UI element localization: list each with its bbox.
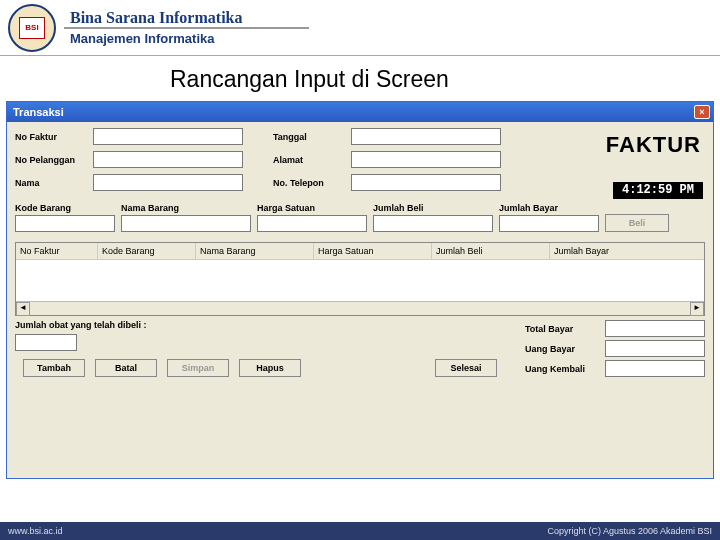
label-harga-satuan: Harga Satuan <box>257 203 367 213</box>
app-window: Transaksi × FAKTUR 4:12:59 PM No Faktur … <box>6 101 714 479</box>
scroll-right-icon[interactable]: ► <box>690 302 704 316</box>
logo-text: BSI <box>25 23 38 32</box>
count-input[interactable] <box>15 334 77 351</box>
heading-faktur: FAKTUR <box>606 132 701 158</box>
total-bayar-input[interactable] <box>605 320 705 337</box>
label-jumlah-beli: Jumlah Beli <box>373 203 493 213</box>
uang-bayar-input[interactable] <box>605 340 705 357</box>
no-telepon-input[interactable] <box>351 174 501 191</box>
no-pelanggan-input[interactable] <box>93 151 243 168</box>
col-kode-barang[interactable]: Kode Barang <box>98 243 196 259</box>
scroll-left-icon[interactable]: ◄ <box>16 302 30 316</box>
label-uang-kembali: Uang Kembali <box>525 364 605 374</box>
time-display: 4:12:59 PM <box>613 182 703 199</box>
banner-line-2: Manajemen Informatika <box>64 29 720 46</box>
slide-title: Rancangan Input di Screen <box>0 56 720 101</box>
close-icon[interactable]: × <box>694 105 710 119</box>
label-total-bayar: Total Bayar <box>525 324 605 334</box>
grid-header: No Faktur Kode Barang Nama Barang Harga … <box>16 243 704 260</box>
uang-kembali-input[interactable] <box>605 360 705 377</box>
items-grid[interactable]: No Faktur Kode Barang Nama Barang Harga … <box>15 242 705 316</box>
col-no-faktur[interactable]: No Faktur <box>16 243 98 259</box>
label-count: Jumlah obat yang telah dibeli : <box>15 320 505 330</box>
titlebar[interactable]: Transaksi × <box>7 102 713 122</box>
col-jumlah-beli[interactable]: Jumlah Beli <box>432 243 550 259</box>
label-nama-barang: Nama Barang <box>121 203 251 213</box>
simpan-button[interactable]: Simpan <box>167 359 229 377</box>
horizontal-scrollbar[interactable]: ◄ ► <box>16 301 704 315</box>
footer-left: www.bsi.ac.id <box>8 526 63 536</box>
tanggal-input[interactable] <box>351 128 501 145</box>
label-no-faktur: No Faktur <box>15 132 93 142</box>
label-kode-barang: Kode Barang <box>15 203 115 213</box>
label-alamat: Alamat <box>273 155 351 165</box>
no-faktur-input[interactable] <box>93 128 243 145</box>
nama-barang-input[interactable] <box>121 215 251 232</box>
kode-barang-input[interactable] <box>15 215 115 232</box>
jumlah-bayar-input[interactable] <box>499 215 599 232</box>
label-no-pelanggan: No Pelanggan <box>15 155 93 165</box>
logo: BSI <box>0 1 64 55</box>
harga-satuan-input[interactable] <box>257 215 367 232</box>
beli-button[interactable]: Beli <box>605 214 669 232</box>
batal-button[interactable]: Batal <box>95 359 157 377</box>
page-footer: www.bsi.ac.id Copyright (C) Agustus 2006… <box>0 522 720 540</box>
hapus-button[interactable]: Hapus <box>239 359 301 377</box>
label-jumlah-bayar: Jumlah Bayar <box>499 203 599 213</box>
label-nama: Nama <box>15 178 93 188</box>
label-no-telepon: No. Telepon <box>273 178 351 188</box>
window-title: Transaksi <box>13 106 64 118</box>
footer-right: Copyright (C) Agustus 2006 Akademi BSI <box>547 526 712 536</box>
col-nama-barang[interactable]: Nama Barang <box>196 243 314 259</box>
selesai-button[interactable]: Selesai <box>435 359 497 377</box>
col-jumlah-bayar[interactable]: Jumlah Bayar <box>550 243 704 259</box>
jumlah-beli-input[interactable] <box>373 215 493 232</box>
tambah-button[interactable]: Tambah <box>23 359 85 377</box>
banner-line-1: Bina Sarana Informatika <box>64 9 309 29</box>
alamat-input[interactable] <box>351 151 501 168</box>
label-uang-bayar: Uang Bayar <box>525 344 605 354</box>
nama-input[interactable] <box>93 174 243 191</box>
label-tanggal: Tanggal <box>273 132 351 142</box>
col-harga-satuan[interactable]: Harga Satuan <box>314 243 432 259</box>
institution-banner: BSI Bina Sarana Informatika Manajemen In… <box>0 0 720 56</box>
